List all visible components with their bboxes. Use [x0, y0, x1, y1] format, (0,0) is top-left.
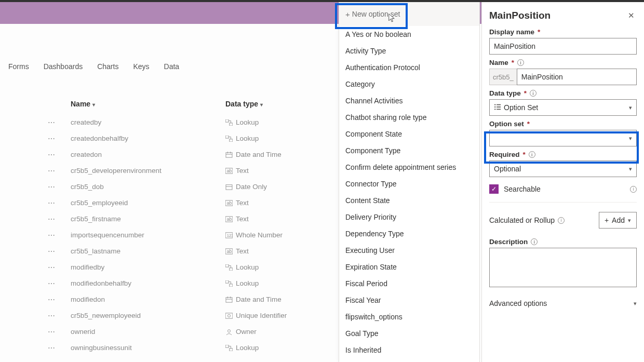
more-icon[interactable]: ⋯: [46, 135, 71, 143]
more-icon[interactable]: ⋯: [46, 247, 71, 256]
optionset-list-item[interactable]: Fiscal Period: [339, 275, 479, 292]
info-icon[interactable]: i: [530, 90, 536, 97]
more-icon[interactable]: ⋯: [46, 296, 71, 304]
more-icon[interactable]: ⋯: [46, 231, 71, 239]
optionset-list-item[interactable]: Executing User: [339, 242, 479, 259]
table-row[interactable]: ⋯importsequencenumber123Whole Number: [46, 227, 339, 243]
table-row[interactable]: ⋯createdonDate and Time: [46, 146, 339, 163]
field-datatype: Owner: [236, 328, 257, 336]
panel-title: MainPosition: [489, 10, 551, 21]
optionset-list-item[interactable]: Fiscal Year: [339, 292, 479, 309]
datatype-label: Data type: [489, 89, 521, 97]
tab-keys[interactable]: Keys: [133, 62, 149, 71]
searchable-checkbox[interactable]: ✓: [489, 184, 499, 194]
optionset-list-item[interactable]: Dependency Type: [339, 225, 479, 242]
column-header-name[interactable]: Name: [71, 100, 90, 108]
table-row[interactable]: ⋯owneridOwner: [46, 324, 339, 340]
table-row[interactable]: ⋯cr5b5_newemployeeidUnique Identifier: [46, 307, 339, 324]
more-icon[interactable]: ⋯: [46, 151, 71, 159]
optionset-list-item[interactable]: Goal Type: [339, 325, 479, 342]
more-icon[interactable]: ⋯: [46, 328, 71, 336]
tab-dashboards[interactable]: Dashboards: [44, 62, 83, 71]
display-name-input[interactable]: [489, 38, 637, 55]
optionset-select[interactable]: ▾: [489, 130, 637, 146]
more-icon[interactable]: ⋯: [46, 118, 71, 127]
svg-text:ab: ab: [227, 168, 232, 173]
datatype-icon: ab: [225, 216, 233, 222]
table-row[interactable]: ⋯createdbyLookup: [46, 114, 339, 130]
optionset-list-item[interactable]: Authentication Protocol: [339, 59, 479, 76]
more-icon[interactable]: ⋯: [46, 279, 71, 288]
svg-rect-38: [497, 109, 501, 110]
column-header-datatype[interactable]: Data type: [225, 100, 258, 108]
more-icon[interactable]: ⋯: [46, 312, 71, 320]
optionset-list-item[interactable]: flipswitch_options: [339, 309, 479, 325]
description-textarea[interactable]: [489, 248, 637, 287]
table-row[interactable]: ⋯owningbusinessunitLookup: [46, 340, 339, 356]
datatype-select[interactable]: Option Set ▾: [489, 99, 637, 116]
optionset-label: Option set: [489, 120, 524, 128]
more-icon[interactable]: ⋯: [46, 199, 71, 207]
datatype-icon: [225, 184, 233, 190]
tab-charts[interactable]: Charts: [97, 62, 118, 71]
info-icon[interactable]: i: [517, 59, 524, 66]
chevron-down-icon[interactable]: ▾: [92, 102, 95, 108]
optionset-list-item[interactable]: Chatbot sharing role type: [339, 109, 479, 126]
field-datatype: Lookup: [236, 263, 259, 271]
table-row[interactable]: ⋯createdonbehalfbyLookup: [46, 130, 339, 146]
field-name: cr5b5_firstname: [71, 215, 225, 223]
field-name: createdby: [71, 118, 225, 126]
optionset-list-item[interactable]: Category: [339, 76, 479, 92]
required-select[interactable]: Optional ▾: [489, 160, 637, 177]
optionset-list-item[interactable]: Connector Type: [339, 176, 479, 192]
info-icon[interactable]: i: [558, 217, 565, 224]
optionset-dropdown: + New option set A Yes or No booleanActi…: [339, 2, 480, 362]
table-row[interactable]: ⋯modifiedonbehalfbyLookup: [46, 275, 339, 291]
more-icon[interactable]: ⋯: [46, 167, 71, 175]
optionset-list-item[interactable]: Activity Type: [339, 43, 479, 59]
plus-icon: +: [345, 10, 350, 19]
optionset-list-item[interactable]: Component State: [339, 126, 479, 142]
table-row[interactable]: ⋯cr5b5_dobDate Only: [46, 179, 339, 195]
info-icon[interactable]: i: [531, 238, 538, 245]
optionset-list-item[interactable]: Channel Activities: [339, 92, 479, 109]
tab-data[interactable]: Data: [164, 62, 180, 71]
close-icon[interactable]: ✕: [626, 9, 637, 22]
more-icon[interactable]: ⋯: [46, 215, 71, 223]
table-row[interactable]: ⋯cr5b5_firstnameabText: [46, 211, 339, 227]
info-icon[interactable]: i: [630, 186, 637, 193]
chevron-down-icon[interactable]: ▾: [260, 102, 263, 108]
add-button[interactable]: + Add ▾: [599, 212, 637, 229]
name-input[interactable]: [517, 69, 637, 85]
datatype-icon: [225, 264, 233, 271]
table-row[interactable]: ⋯cr5b5_developerenvironmentabText: [46, 163, 339, 179]
datatype-value: Option Set: [504, 103, 538, 112]
scrollbar-thumb[interactable]: [479, 4, 480, 305]
optionset-list-item[interactable]: Expiration State: [339, 259, 479, 275]
optionset-list-item[interactable]: Content State: [339, 192, 479, 209]
more-icon[interactable]: ⋯: [46, 344, 71, 352]
optionset-list-item[interactable]: Is Inherited: [339, 342, 479, 358]
display-name-label: Display name: [489, 28, 534, 36]
optionset-list-item[interactable]: Component Type: [339, 142, 479, 159]
optionset-list-item[interactable]: A Yes or No boolean: [339, 26, 479, 43]
field-name: createdon: [71, 151, 225, 158]
info-icon[interactable]: i: [529, 151, 535, 158]
optionset-icon: [494, 103, 500, 112]
optionset-list-item[interactable]: Confirm delete appointment series: [339, 159, 479, 176]
table-row[interactable]: ⋯modifiedonDate and Time: [46, 291, 339, 307]
table-row[interactable]: ⋯modifiedbyLookup: [46, 259, 339, 275]
new-option-set-button[interactable]: + New option set: [339, 2, 479, 26]
advanced-options-toggle[interactable]: Advanced options ▾: [489, 299, 637, 307]
table-row[interactable]: ⋯cr5b5_lastnameabText: [46, 243, 339, 259]
svg-rect-32: [230, 348, 233, 351]
tab-forms[interactable]: Forms: [8, 62, 29, 71]
table-row[interactable]: ⋯cr5b5_employeeidabText: [46, 195, 339, 211]
more-icon[interactable]: ⋯: [46, 263, 71, 272]
more-icon[interactable]: ⋯: [46, 183, 71, 191]
svg-rect-3: [230, 139, 233, 141]
required-asterisk: *: [538, 28, 540, 36]
optionset-list-item[interactable]: Delivery Priority: [339, 209, 479, 225]
field-datatype: Date Only: [236, 183, 267, 191]
field-name: modifiedon: [71, 296, 225, 303]
